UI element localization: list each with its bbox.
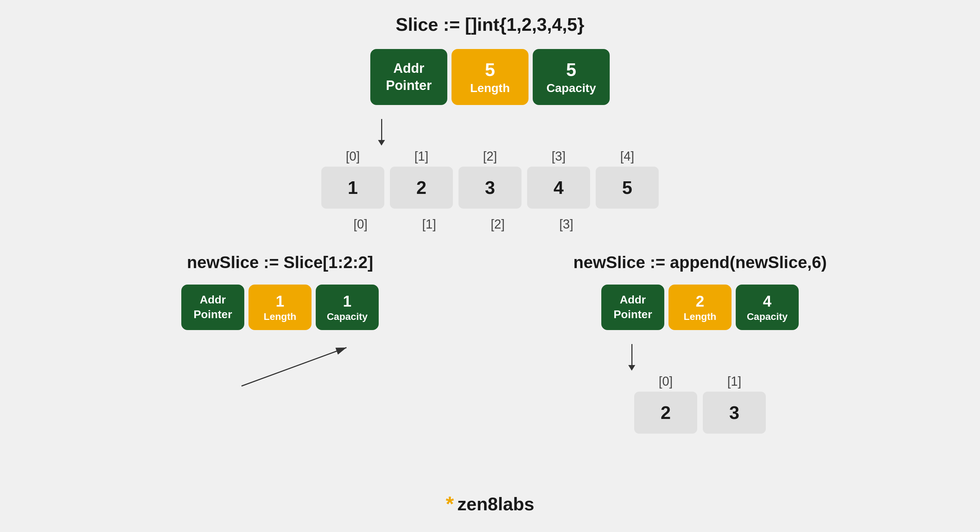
capacity-box: 5 Capacity (533, 49, 610, 105)
ap-length-value: 2 (696, 292, 704, 311)
footer-text: zen8labs (457, 494, 535, 514)
cell-0: 1 (321, 167, 384, 209)
ap-cell-0: 2 (634, 392, 697, 434)
diagonal-arrow-svg (172, 341, 388, 390)
bottom-right: newSlice := append(newSlice,6) AddrPoint… (490, 253, 910, 434)
append-cells: 2 3 (634, 392, 766, 434)
ns-length-box: 1 Length (248, 285, 312, 330)
addr-pointer-arrow (378, 119, 385, 146)
ap-capacity-value: 4 (763, 292, 772, 311)
index-1: [1] (390, 149, 453, 164)
new-slice-header: AddrPointer 1 Length 1 Capacity (181, 285, 379, 330)
slice-header: AddrPointer 5 Length 5 Capacity (370, 49, 610, 105)
cell-3: 4 (527, 167, 590, 209)
ap-cell-1: 3 (703, 392, 766, 434)
array-indices-row: [0] [1] [2] [3] [4] (321, 149, 659, 164)
top-section: AddrPointer 5 Length 5 Capacity [0] [1] … (321, 49, 659, 209)
sub-idx-0: [0] (329, 217, 392, 232)
ns-length-value: 1 (276, 292, 284, 311)
capacity-label: Capacity (546, 81, 596, 95)
ns-capacity-box: 1 Capacity (316, 285, 379, 330)
sub-idx-1: [1] (398, 217, 461, 232)
ap-idx-0: [0] (634, 374, 697, 389)
ns-capacity-label: Capacity (327, 311, 368, 323)
index-0: [0] (321, 149, 384, 164)
capacity-value: 5 (566, 59, 576, 81)
arrow-line (381, 119, 382, 140)
ap-length-label: Length (684, 311, 716, 323)
ns-addr-pointer-box: AddrPointer (181, 285, 244, 330)
length-value: 5 (485, 59, 495, 81)
index-4: [4] (596, 149, 659, 164)
ns-addr-pointer-label: AddrPointer (194, 293, 232, 322)
footer: * zen8labs (445, 494, 534, 514)
length-box: 5 Length (452, 49, 528, 105)
ap-capacity-box: 4 Capacity (736, 285, 799, 330)
cell-2: 3 (458, 167, 522, 209)
length-label: Length (470, 81, 510, 95)
sub-indices-area: [0] [1] [2] [3] (70, 217, 910, 232)
page-container: Slice := []int{1,2,3,4,5} AddrPointer 5 … (0, 0, 980, 532)
arrow-head (378, 140, 385, 146)
array-section: [0] [1] [2] [3] [4] 1 2 3 4 5 (321, 149, 659, 209)
addr-pointer-box: AddrPointer (370, 49, 447, 105)
bottom-section: newSlice := Slice[1:2:2] AddrPointer 1 L… (70, 253, 910, 434)
append-header: AddrPointer 2 Length 4 Capacity (601, 285, 799, 330)
sub-idx-3: [3] (535, 217, 598, 232)
ap-addr-pointer-label: AddrPointer (614, 293, 652, 322)
index-3: [3] (527, 149, 590, 164)
bottom-left: newSlice := Slice[1:2:2] AddrPointer 1 L… (70, 253, 490, 434)
diagonal-arrow-container (172, 341, 388, 390)
ap-idx-1: [1] (703, 374, 766, 389)
ap-arrow-line (632, 344, 632, 365)
cell-1: 2 (390, 167, 453, 209)
append-title: newSlice := append(newSlice,6) (573, 253, 827, 272)
ns-length-label: Length (264, 311, 296, 323)
page-title: Slice := []int{1,2,3,4,5} (396, 14, 584, 35)
array-cells: 1 2 3 4 5 (321, 167, 659, 209)
sub-idx-2: [2] (466, 217, 529, 232)
ap-addr-pointer-box: AddrPointer (601, 285, 664, 330)
footer-asterisk: * (445, 494, 453, 514)
cell-4: 5 (596, 167, 659, 209)
index-2: [2] (458, 149, 522, 164)
ap-arrow-head (628, 365, 635, 371)
ap-capacity-label: Capacity (747, 311, 788, 323)
svg-line-1 (242, 347, 347, 386)
append-addr-arrow (628, 344, 635, 371)
append-indices-row: [0] [1] (634, 374, 766, 389)
new-slice-title: newSlice := Slice[1:2:2] (187, 253, 373, 272)
ap-length-box: 2 Length (668, 285, 732, 330)
ns-capacity-value: 1 (343, 292, 352, 311)
addr-pointer-label: AddrPointer (386, 60, 432, 94)
